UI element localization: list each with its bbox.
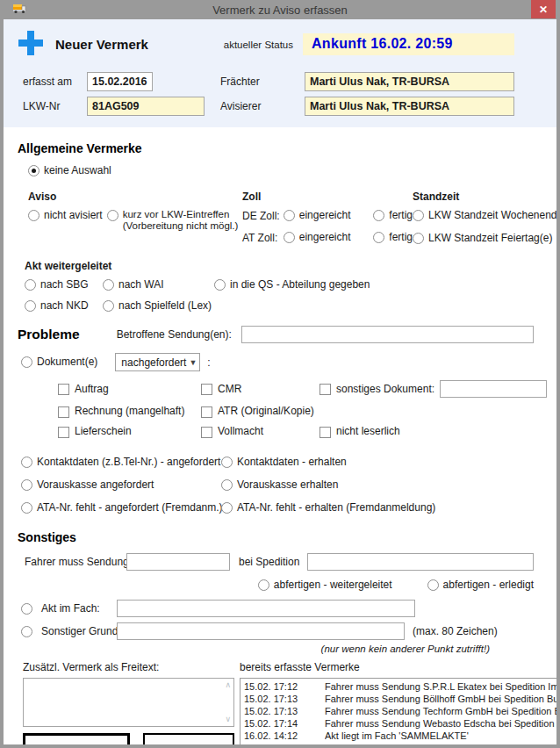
checkbox-icon [201, 427, 212, 438]
radio-abfertigen-erledigt[interactable]: abfertigen - erledigt [427, 579, 534, 592]
radio-dokumente[interactable]: Dokument(e) [21, 356, 97, 369]
checkbox-nicht-leserlich[interactable]: nicht leserlich [319, 425, 547, 438]
vermerke-label: bereits erfasste Vermerke [240, 661, 560, 673]
bei-spedition-label: bei Spedition [239, 556, 299, 569]
bei-spedition-input[interactable] [307, 553, 534, 571]
lkw-nr-field[interactable]: 81AG509 [87, 97, 205, 116]
chevron-up-icon[interactable]: ∧ [225, 681, 231, 689]
radio-akt-im-fach[interactable]: Akt im Fach: [21, 602, 117, 615]
sonstiger-grund-input[interactable] [117, 622, 405, 640]
checkbox-rechnung[interactable]: Rechnung (mangelhaft) [58, 405, 201, 418]
checkbox-lieferschein[interactable]: Lieferschein [58, 425, 201, 438]
fraechter-field[interactable]: Marti Ulus Nak, TR-BURSA [305, 72, 514, 91]
radio-icon [103, 279, 114, 291]
close-icon[interactable]: ✕ [531, 0, 556, 18]
checkbox-icon [58, 384, 69, 395]
radio-icon [28, 165, 39, 176]
erfasst-am-field[interactable]: 15.02.2016 [87, 72, 153, 91]
radio-vorauskasse-angefordert[interactable]: Vorauskasse angefordert [21, 478, 221, 492]
radio-nach-sbg[interactable]: nach SBG [25, 278, 103, 291]
de-zoll-label: DE Zoll: [242, 210, 284, 222]
radio-kontaktdaten-erhalten[interactable]: Kontaktdaten - erhalten [221, 456, 534, 469]
radio-at-zoll-fertig[interactable]: fertig [373, 231, 413, 244]
list-item[interactable]: 15.02. 17:13Fahrer muss Sendung Böllhoff… [241, 693, 560, 705]
akt-im-fach-input[interactable] [117, 600, 415, 617]
radio-icon [21, 502, 32, 514]
radio-icon [221, 457, 233, 468]
abbruch-button[interactable]: Abbruch [143, 733, 234, 748]
form-body: Allgemeine Vermerke keine Auswahl Aviso … [4, 127, 556, 654]
max-zeichen-label: (max. 80 Zeichen) [413, 625, 498, 637]
radio-icon [28, 210, 39, 221]
radio-ata-angefordert[interactable]: ATA-Nr. fehlt - angefordert (Fremdanm.) [21, 501, 221, 514]
radio-icon [21, 457, 32, 468]
footer: Zusätzl. Vermerk als Freitext: ∧ ∨ OK Ab… [4, 661, 556, 748]
radio-sonstiger-grund[interactable]: Sonstiger Grund: [21, 625, 117, 638]
radio-standzeit-feiertag[interactable]: LKW Standzeit Feiertag(e) [413, 232, 552, 245]
radio-keine-auswahl[interactable]: keine Auswahl [28, 164, 111, 177]
chevron-down-icon[interactable]: ∨ [225, 716, 231, 723]
section-probleme: Probleme [18, 327, 80, 342]
fahrer-muss-sendung-label: Fahrer muss Sendung [25, 556, 126, 569]
header-panel: Neuer Vermerk aktueller Status Ankunft 1… [4, 19, 556, 127]
radio-ata-erhalten[interactable]: ATA-Nr. fehlt - erhalten (Fremdanmeldung… [221, 501, 534, 514]
group-standzeit: Standzeit LKW Standzeit Wochenende LKW S… [413, 191, 560, 255]
radio-standzeit-wochenende[interactable]: LKW Standzeit Wochenende [413, 209, 560, 222]
radio-icon [373, 232, 384, 243]
dokumente-status-dropdown[interactable]: nachgefordert ▼ [115, 353, 200, 371]
section-sonstiges: Sonstiges [18, 530, 534, 544]
radio-kontaktdaten-angefordert[interactable]: Kontaktdaten (z.B.Tel-Nr.) - angefordert [21, 456, 221, 469]
avisierer-field[interactable]: Marti Ulus Nak, TR-BURSA [305, 97, 514, 116]
betroffene-sendungen-label: Betroffene Sendung(en): [117, 328, 232, 341]
radio-icon [103, 300, 114, 312]
checkbox-vollmacht[interactable]: Vollmacht [201, 425, 319, 438]
checkbox-atr[interactable]: ATR (Original/Kopie) [201, 405, 319, 418]
radio-icon [21, 603, 32, 615]
erfasst-am-label: erfasst am [23, 76, 87, 88]
radio-kurz-vor-lkw-eintreffen[interactable]: kurz vor LKW-Eintreffen(Vorbereitung nic… [107, 209, 239, 232]
radio-nach-nkd[interactable]: nach NKD [25, 299, 103, 313]
radio-nach-wai[interactable]: nach WAI [103, 278, 214, 291]
checkbox-icon [319, 384, 331, 395]
status-label: aktueller Status [224, 40, 293, 50]
radio-icon [21, 626, 32, 637]
ok-button[interactable]: OK [23, 733, 130, 748]
betroffene-sendungen-input[interactable] [241, 326, 534, 343]
group-zoll: Zoll DE Zoll: eingereicht fertig AT Zoll… [242, 191, 413, 255]
status-value: Ankunft 16.02. 20:59 [303, 33, 514, 55]
radio-vorauskasse-erhalten[interactable]: Vorauskasse erhalten [221, 478, 534, 492]
radio-de-zoll-eingereicht[interactable]: eingereicht [284, 209, 374, 222]
radio-abfertigen-weitergeleitet[interactable]: abfertigen - weitergeleitet [258, 579, 392, 592]
checkbox-sonstiges-dokument[interactable]: sonstiges Dokument: [319, 383, 434, 396]
checkbox-auftrag[interactable]: Auftrag [58, 380, 201, 398]
freitext-textarea[interactable]: ∧ ∨ [23, 678, 234, 727]
list-item[interactable]: 15.02. 17:13Fahrer muss Sendung Techform… [241, 705, 560, 717]
checkbox-icon [58, 406, 69, 418]
radio-at-zoll-eingereicht[interactable]: eingereicht [284, 231, 374, 244]
aviso-heading: Aviso [28, 191, 242, 203]
akt-weitergeleitet-heading: Akt weitergeleitet [25, 260, 534, 272]
radio-icon [21, 479, 32, 491]
checkbox-icon [201, 384, 212, 395]
list-item[interactable]: 16.02. 21:17LKW ist fertig! [241, 742, 560, 748]
lkw-nr-label: LKW-Nr [23, 100, 87, 112]
radio-icon [25, 279, 36, 291]
radio-icon [25, 300, 36, 312]
fahrer-sendung-input[interactable] [126, 553, 230, 571]
sonstiges-dokument-input[interactable] [440, 380, 547, 398]
list-item[interactable]: 16.02. 14:12Akt liegt im Fach 'SAMMELAKT… [241, 730, 560, 742]
radio-icon [427, 579, 439, 591]
list-item[interactable]: 15.02. 17:12Fahrer muss Sendung S.P.R.L … [241, 680, 560, 693]
radio-icon [413, 233, 424, 244]
at-zoll-label: AT Zoll: [242, 232, 284, 244]
radio-icon [21, 356, 32, 368]
hint-note: (nur wenn kein anderer Punkt zutrifft!) [18, 644, 534, 654]
radio-qs-abteilung[interactable]: in die QS - Abteilung gegeben [214, 278, 370, 291]
group-aviso: Aviso nicht avisiert kurz vor LKW-Eintre… [28, 191, 242, 255]
list-item[interactable]: 15.02. 17:14Fahrer muss Sendung Webasto … [241, 717, 560, 730]
radio-de-zoll-fertig[interactable]: fertig [373, 209, 413, 222]
radio-nicht-avisiert[interactable]: nicht avisiert [28, 209, 103, 232]
radio-nach-spielfeld[interactable]: nach Spielfeld (Lex) [103, 299, 212, 313]
checkbox-cmr[interactable]: CMR [201, 380, 319, 398]
colon-label: : [207, 356, 210, 369]
